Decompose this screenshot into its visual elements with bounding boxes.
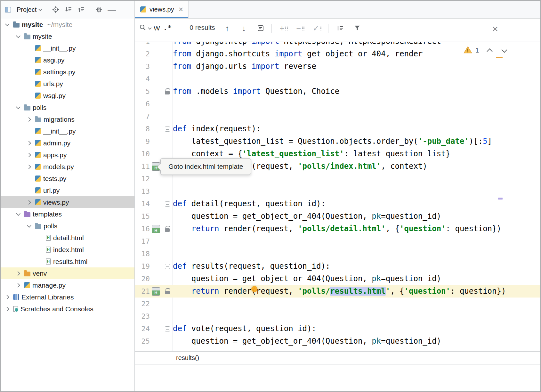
- close-tab-icon[interactable]: ×: [179, 5, 183, 13]
- chevron-right-icon[interactable]: [15, 270, 22, 277]
- tree-item-admin-py[interactable]: admin.py: [1, 137, 134, 149]
- regex-toggle[interactable]: .*: [163, 24, 172, 32]
- chevron-down-icon[interactable]: [15, 33, 22, 40]
- code-line-20[interactable]: 20 question = get_object_or_404(Question…: [135, 273, 540, 285]
- tab-views-py[interactable]: views.py ×: [135, 1, 189, 18]
- chevron-down-icon[interactable]: [15, 211, 22, 218]
- locate-file-icon[interactable]: [52, 5, 60, 14]
- tree-item-venv[interactable]: venv: [1, 267, 134, 279]
- tree-item-mysite[interactable]: mysite~/mysite: [1, 19, 134, 30]
- code-line-14[interactable]: 14def detail(request, question_id):: [135, 198, 540, 210]
- select-all-occurrences-icon[interactable]: ✓: [313, 24, 322, 33]
- tree-item-detail-html[interactable]: Hdetail.html: [1, 232, 134, 244]
- error-stripe-info-mark[interactable]: [498, 198, 503, 200]
- code-line-15[interactable]: 15 question = get_object_or_404(Question…: [135, 210, 540, 223]
- tree-item-mysite[interactable]: mysite: [1, 30, 134, 42]
- code-editor[interactable]: 1from django.http import HttpResponse, H…: [135, 42, 540, 351]
- chevron-right-icon[interactable]: [26, 151, 33, 159]
- expand-all-icon[interactable]: [64, 5, 73, 14]
- fold-lock-icon[interactable]: [165, 88, 170, 95]
- code-line-19[interactable]: 19def results(request, question_id):: [135, 260, 540, 273]
- tree-item-scratches-and-consoles[interactable]: Scratches and Consoles: [1, 303, 134, 315]
- fold-lock-icon[interactable]: [165, 225, 170, 233]
- tree-item-templates[interactable]: templates: [1, 208, 134, 220]
- tree-item-url-py[interactable]: url.py: [1, 184, 134, 196]
- code-line-3[interactable]: 3from django.urls import reverse: [135, 60, 540, 73]
- tree-item-results-html[interactable]: Hresults.html: [1, 256, 134, 267]
- code-line-4[interactable]: 4: [135, 73, 540, 85]
- fold-region-icon[interactable]: [165, 263, 170, 270]
- tree-item-polls[interactable]: polls: [1, 102, 134, 113]
- tree-item-migrations[interactable]: migrations: [1, 113, 134, 125]
- previous-problem-icon[interactable]: [485, 46, 494, 55]
- tree-item-apps-py[interactable]: apps.py: [1, 149, 134, 161]
- chevron-right-icon[interactable]: [26, 140, 33, 147]
- code-line-17[interactable]: 17: [135, 235, 540, 248]
- project-view-selector[interactable]: Project: [17, 6, 42, 13]
- code-line-21[interactable]: 21H return render(request, 'polls/result…: [135, 285, 540, 298]
- collapse-all-icon[interactable]: [77, 5, 85, 14]
- tree-item-init-py[interactable]: __init__.py: [1, 125, 134, 137]
- chevron-down-icon[interactable]: [15, 104, 22, 111]
- tool-window-icon[interactable]: [4, 5, 12, 14]
- chevron-right-icon[interactable]: [26, 199, 33, 206]
- goto-template-tooltip[interactable]: Goto index.html template: [160, 158, 251, 175]
- tree-item-asgi-py[interactable]: asgi.py: [1, 54, 134, 66]
- tree-item-tests-py[interactable]: tests.py: [1, 173, 134, 184]
- code-line-18[interactable]: 18: [135, 248, 540, 260]
- goto-template-icon[interactable]: H: [152, 225, 160, 233]
- code-line-13[interactable]: 13: [135, 185, 540, 198]
- next-problem-icon[interactable]: [500, 46, 508, 55]
- add-occurrence-icon[interactable]: +: [279, 24, 288, 33]
- code-line-9[interactable]: 9 latest_question_list = Question.object…: [135, 135, 540, 148]
- chevron-right-icon[interactable]: [4, 294, 11, 301]
- tree-item-views-py[interactable]: views.py: [1, 196, 134, 208]
- tree-item-models-py[interactable]: models.py: [1, 161, 134, 173]
- error-stripe-warning-mark[interactable]: [496, 57, 503, 58]
- search-history-chevron-icon[interactable]: [149, 27, 152, 30]
- search-options-icon[interactable]: [336, 24, 345, 33]
- tree-item-urls-py[interactable]: urls.py: [1, 78, 134, 90]
- code-line-25[interactable]: 25 question = get_object_or_404(Question…: [135, 335, 540, 347]
- goto-template-icon[interactable]: H: [152, 287, 160, 296]
- search-input[interactable]: W: [139, 24, 160, 33]
- chevron-right-icon[interactable]: [4, 306, 11, 313]
- tree-item-settings-py[interactable]: settings.py: [1, 66, 134, 78]
- code-line-24[interactable]: 24def vote(request, question_id):: [135, 323, 540, 335]
- breadcrumb-item[interactable]: results(): [176, 354, 199, 362]
- tree-item-label: tests.py: [43, 175, 66, 183]
- chevron-down-icon[interactable]: [26, 223, 33, 230]
- search-icon[interactable]: [139, 24, 147, 33]
- code-line-7[interactable]: 7: [135, 110, 540, 123]
- fold-region-icon[interactable]: [165, 126, 170, 133]
- remove-occurrence-icon[interactable]: −: [296, 24, 305, 33]
- tree-item-polls[interactable]: polls: [1, 220, 134, 232]
- find-in-selection-icon[interactable]: [256, 24, 265, 33]
- fold-lock-icon[interactable]: [165, 288, 170, 295]
- code-line-8[interactable]: 8def index(request):: [135, 123, 540, 135]
- code-line-6[interactable]: 6: [135, 98, 540, 110]
- tree-item-index-html[interactable]: Hindex.html: [1, 244, 134, 256]
- hide-panel-icon[interactable]: —: [108, 5, 116, 14]
- chevron-right-icon[interactable]: [26, 163, 33, 170]
- tree-item-init-py[interactable]: __init__.py: [1, 42, 134, 54]
- tree-item-external-libraries[interactable]: External Libraries: [1, 291, 134, 303]
- code-line-5[interactable]: 5from .models import Question, Choice: [135, 85, 540, 98]
- code-line-22[interactable]: 22: [135, 298, 540, 310]
- warning-icon[interactable]: [464, 46, 472, 55]
- code-line-16[interactable]: 16H return render(request, 'polls/detail…: [135, 223, 540, 235]
- filter-icon[interactable]: [353, 24, 362, 33]
- tree-item-wsgi-py[interactable]: wsgi.py: [1, 90, 134, 102]
- chevron-down-icon[interactable]: [4, 21, 11, 28]
- gutter-spacer: [152, 112, 160, 121]
- settings-gear-icon[interactable]: [95, 5, 103, 14]
- chevron-right-icon[interactable]: [26, 116, 33, 123]
- chevron-right-icon[interactable]: [15, 282, 22, 289]
- fold-region-icon[interactable]: [165, 200, 170, 208]
- fold-region-icon[interactable]: [165, 325, 170, 332]
- tree-item-manage-py[interactable]: manage.py: [1, 279, 134, 291]
- code-line-23[interactable]: 23: [135, 310, 540, 323]
- next-occurrence-icon[interactable]: ↓: [239, 24, 248, 33]
- previous-occurrence-icon[interactable]: ↑: [223, 24, 232, 33]
- close-find-bar-icon[interactable]: ×: [492, 24, 498, 34]
